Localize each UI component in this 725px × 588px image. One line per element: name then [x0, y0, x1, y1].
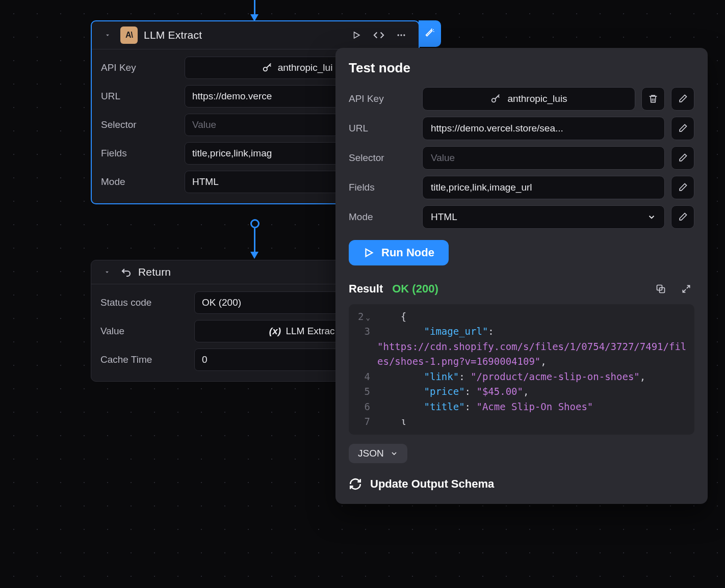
return-icon: [120, 266, 132, 278]
label-fields: Fields: [101, 148, 177, 159]
connector-line: [254, 0, 255, 15]
node-title: Return: [138, 266, 171, 278]
svg-point-5: [492, 98, 496, 102]
value-api-key: anthropic_lui: [278, 62, 333, 73]
key-icon: [262, 62, 273, 73]
edit-button[interactable]: [671, 87, 694, 111]
label-api-key: API Key: [349, 93, 416, 104]
collapse-toggle[interactable]: [100, 265, 114, 279]
edit-button[interactable]: [671, 176, 694, 199]
format-select[interactable]: JSON: [349, 444, 407, 463]
delete-button[interactable]: [641, 87, 665, 111]
label-status: Status code: [100, 297, 187, 308]
result-label: Result: [349, 282, 383, 296]
select-mode[interactable]: HTML: [422, 205, 665, 229]
label-api-key: API Key: [101, 62, 177, 73]
connector-arrow: [250, 252, 258, 259]
node-output-port[interactable]: [250, 219, 260, 228]
svg-point-4: [263, 67, 267, 71]
collapse-toggle[interactable]: [101, 29, 114, 42]
label-selector: Selector: [349, 152, 416, 164]
edit-button[interactable]: [671, 205, 694, 229]
node-title: LLM Extract: [144, 29, 202, 41]
key-icon: [490, 93, 501, 104]
refresh-icon: [349, 477, 362, 491]
svg-marker-0: [354, 32, 360, 38]
svg-point-2: [400, 34, 402, 36]
panel-title: Test node: [349, 60, 694, 76]
play-icon: [363, 247, 374, 258]
magic-wand-button[interactable]: [419, 20, 441, 47]
copy-icon[interactable]: [653, 281, 669, 297]
label-value: Value: [100, 326, 187, 337]
result-status: OK (200): [392, 282, 438, 296]
run-node-button[interactable]: Run Node: [349, 240, 449, 265]
label-mode: Mode: [349, 211, 416, 223]
label-selector: Selector: [101, 119, 177, 130]
input-url[interactable]: https://demo.vercel.store/sea...: [422, 117, 665, 140]
input-api-key[interactable]: anthropic_luis: [422, 87, 635, 111]
svg-marker-6: [366, 249, 373, 257]
label-url: URL: [101, 91, 177, 102]
input-selector[interactable]: Value: [422, 146, 665, 170]
test-node-panel: Test node API Key anthropic_luis URL htt…: [335, 48, 708, 504]
chevron-down-icon: [647, 212, 656, 222]
input-fields[interactable]: title,price,link,image_url: [422, 176, 665, 199]
update-output-schema-button[interactable]: Update Output Schema: [349, 477, 694, 491]
svg-point-3: [403, 34, 405, 36]
svg-point-1: [398, 34, 399, 36]
label-fields: Fields: [349, 182, 416, 193]
edit-button[interactable]: [671, 117, 694, 140]
code-icon[interactable]: [371, 27, 387, 43]
edit-button[interactable]: [671, 146, 694, 170]
expand-icon[interactable]: [678, 281, 694, 297]
more-icon[interactable]: [393, 27, 409, 43]
label-cache: Cache Time: [100, 354, 187, 365]
label-mode: Mode: [101, 176, 177, 188]
play-icon[interactable]: [348, 27, 365, 43]
anthropic-logo-icon: A\: [120, 26, 138, 44]
connector-line: [254, 228, 255, 253]
chevron-down-icon: [390, 449, 398, 458]
result-code-block[interactable]: 2⌄ {3 "image_url":"https://cdn.shopify.c…: [349, 304, 694, 435]
label-url: URL: [349, 123, 416, 134]
variable-icon: (x): [269, 326, 280, 337]
node-header: A\ LLM Extract: [92, 21, 419, 49]
